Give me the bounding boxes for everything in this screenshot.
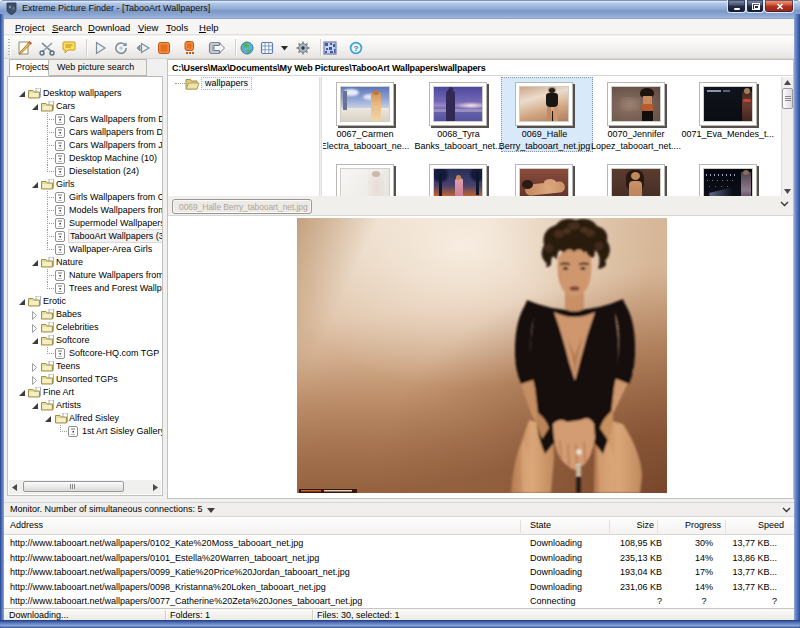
svg-text:?: ? [354,44,359,53]
